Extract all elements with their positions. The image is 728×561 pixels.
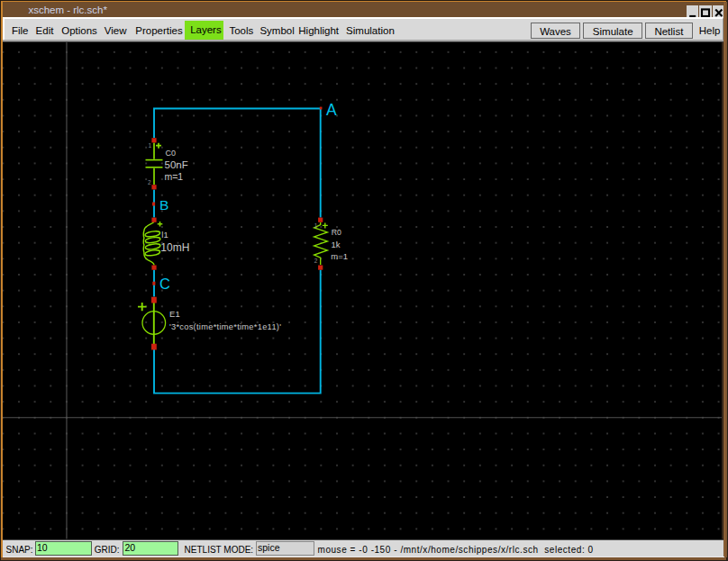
svg-text:2: 2 <box>314 258 317 264</box>
svg-text:50nF: 50nF <box>164 159 187 170</box>
svg-text:2: 2 <box>148 179 151 185</box>
svg-text:B: B <box>159 197 168 213</box>
svg-text:1: 1 <box>148 142 151 149</box>
svg-text:A: A <box>326 101 337 119</box>
svg-text:E1: E1 <box>169 309 180 319</box>
svg-text:'3*cos(time*time*time*1e11)': '3*cos(time*time*time*1e11)' <box>168 322 280 331</box>
svg-text:C: C <box>159 276 170 292</box>
svg-text:10mH: 10mH <box>160 241 189 254</box>
svg-text:C0: C0 <box>165 149 176 158</box>
svg-text:1: 1 <box>314 222 317 229</box>
svg-text:m=1: m=1 <box>331 251 348 261</box>
svg-text:l1: l1 <box>161 230 168 240</box>
svg-text:1k: 1k <box>331 240 340 249</box>
svg-text:R0: R0 <box>331 228 341 237</box>
svg-text:m=1: m=1 <box>164 171 183 182</box>
